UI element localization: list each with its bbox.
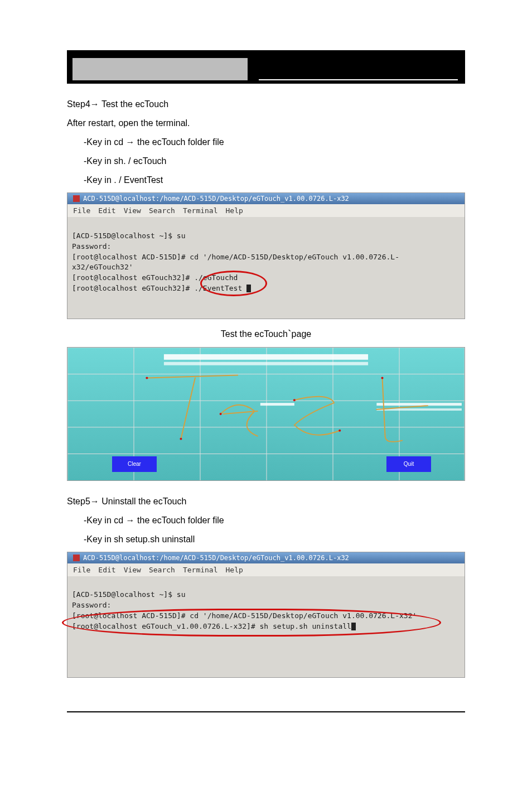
red-circle-annotation-2 — [62, 609, 441, 637]
quit-label: Quit — [404, 461, 414, 467]
menu-search-2[interactable]: Search — [149, 566, 175, 574]
tab-product-label: ACD-515D — [340, 64, 378, 73]
svg-rect-16 — [260, 403, 294, 406]
svg-point-20 — [293, 399, 296, 401]
step5-section: Step5→ Uninstall the ecTouch -Key in cd … — [67, 495, 465, 546]
svg-point-18 — [180, 437, 182, 440]
step4-sub1: -Key in cd → the ecTouch folder file — [84, 136, 465, 149]
page-footer: Chapter 4 Driver Installation 4-9 — [67, 716, 465, 724]
header-tabbar: 15" XGA Fanless Panel PC ACD-515D — [67, 50, 465, 84]
step4-sub2: -Key in sh. / ecTouch — [84, 155, 465, 168]
term2-l1: Password: — [72, 601, 111, 609]
menu-edit-2[interactable]: Edit — [98, 566, 115, 574]
term1-l2: [root@localhost ACD-515D]# cd '/home/ACD… — [72, 253, 399, 272]
step5-heading: Step5→ Uninstall the ecTouch — [67, 495, 465, 508]
step5-sub0: -Key in cd → the ecTouch folder file — [84, 514, 465, 527]
svg-rect-14 — [376, 403, 462, 406]
footer-rule — [67, 711, 465, 712]
test-caption: Test the ecTouch`page — [67, 325, 465, 341]
term2-body: [ACD-515D@localhost ~]$ su Password: [ro… — [67, 576, 465, 678]
menu-help-2[interactable]: Help — [226, 566, 243, 574]
menu-search[interactable]: Search — [149, 206, 175, 215]
step4-section: Step4→ Test the ecTouch After restart, o… — [67, 98, 465, 187]
tab-model-label: 15" XGA Fanless Panel PC — [113, 65, 207, 74]
svg-rect-12 — [164, 354, 368, 359]
red-circle-annotation-1 — [200, 271, 267, 296]
term1-titlebar: ACD-515D@localhost:/home/ACD-515D/Deskto… — [67, 193, 465, 204]
svg-point-17 — [146, 377, 148, 379]
terminal-icon — [73, 195, 80, 202]
term2-title-text: ACD-515D@localhost:/home/ACD-515D/Deskto… — [83, 554, 349, 562]
svg-point-22 — [381, 377, 383, 379]
term2-l0: [ACD-515D@localhost ~]$ su — [72, 590, 186, 599]
footer-page: 4-9 — [456, 716, 465, 724]
tab-model: 15" XGA Fanless Panel PC — [72, 58, 248, 80]
term1-l1: Password: — [72, 242, 111, 250]
term1-menubar: File Edit View Search Terminal Help — [67, 204, 465, 217]
menu-edit[interactable]: Edit — [98, 206, 115, 215]
term1-l0: [ACD-515D@localhost ~]$ su — [72, 232, 186, 240]
clear-label: Clear — [128, 461, 141, 467]
terminal-1: ACD-515D@localhost:/home/ACD-515D/Deskto… — [67, 192, 465, 319]
step4-heading: Step4→ Test the ecTouch — [67, 98, 465, 111]
step4-sub3: -Key in . / EventTest — [84, 174, 465, 187]
menu-file-2[interactable]: File — [73, 566, 90, 574]
menu-help[interactable]: Help — [226, 206, 243, 215]
terminal-icon — [73, 555, 80, 561]
svg-point-21 — [338, 429, 341, 431]
menu-terminal-2[interactable]: Terminal — [183, 566, 218, 574]
svg-point-19 — [220, 413, 222, 415]
term1-title-text: ACD-515D@localhost:/home/ACD-515D/Deskto… — [83, 195, 349, 203]
clear-button[interactable]: Clear — [112, 456, 157, 472]
terminal-2: ACD-515D@localhost:/home/ACD-515D/Deskto… — [67, 552, 465, 678]
quit-button[interactable]: Quit — [386, 456, 431, 472]
step4-sub0: After restart, open the terminal. — [67, 117, 465, 130]
menu-view[interactable]: View — [124, 206, 141, 215]
menu-terminal[interactable]: Terminal — [183, 206, 218, 215]
term2-menubar: File Edit View Search Terminal Help — [67, 563, 465, 576]
svg-rect-13 — [164, 362, 368, 365]
term2-titlebar: ACD-515D@localhost:/home/ACD-515D/Deskto… — [67, 552, 465, 563]
tab-product: ACD-515D — [259, 58, 458, 80]
menu-file[interactable]: File — [73, 206, 90, 215]
footer-chapter: Chapter 4 Driver Installation — [67, 716, 150, 724]
menu-view-2[interactable]: View — [124, 566, 141, 574]
eventtest-window: Clear Quit — [67, 347, 465, 481]
step5-sub1: -Key in sh setup.sh uninstall — [84, 533, 465, 546]
term1-body: [ACD-515D@localhost ~]$ su Password: [ro… — [67, 217, 465, 319]
